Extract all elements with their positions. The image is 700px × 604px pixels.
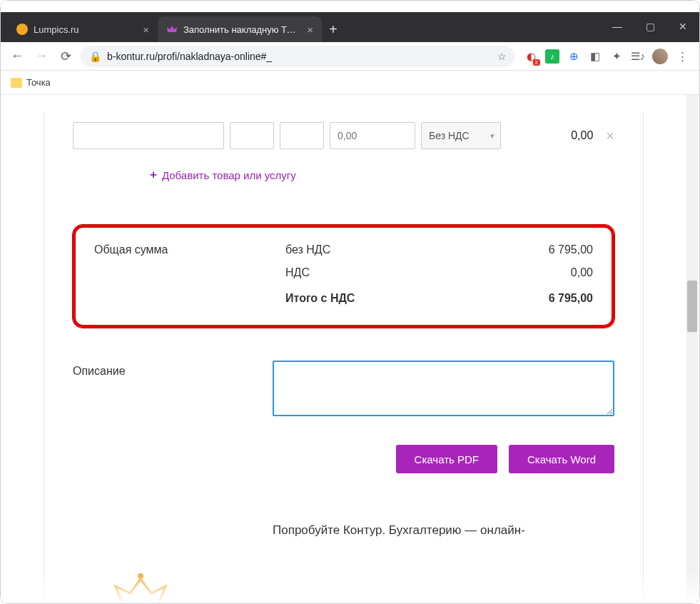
description-textarea[interactable] bbox=[273, 361, 614, 416]
line-total: 0,00 bbox=[571, 129, 593, 142]
maximize-button[interactable]: ▢ bbox=[634, 12, 666, 41]
add-item-label: Добавить товар или услугу bbox=[162, 169, 296, 181]
folder-icon bbox=[11, 78, 22, 88]
extension-music-icon[interactable]: ♪ bbox=[545, 49, 559, 64]
form-panel: Без НДС 0,00 × + Добавить товар или услу… bbox=[44, 112, 644, 604]
item-qty-input[interactable] bbox=[230, 122, 274, 149]
reload-button[interactable]: ⟳ bbox=[56, 47, 75, 66]
svg-point-0 bbox=[138, 573, 143, 579]
extensions-area: ◐2 ♪ ⊕ ◧ ✦ ☰♪ ⋮ bbox=[521, 49, 692, 64]
bookmark-star-icon[interactable]: ☆ bbox=[497, 51, 507, 62]
extension-adblock-icon[interactable]: ◐2 bbox=[524, 49, 538, 64]
crown-icon bbox=[166, 24, 178, 35]
browser-window: Lumpics.ru × Заполнить накладную ТОРГ-12… bbox=[0, 0, 700, 604]
forward-button[interactable]: → bbox=[32, 47, 51, 66]
vat-label: НДС bbox=[285, 266, 310, 279]
total-row-grand: Итого с НДС 6 795,00 bbox=[94, 292, 593, 305]
subtotal-value: 6 795,00 bbox=[549, 243, 593, 256]
download-word-button[interactable]: Скачать Word bbox=[509, 445, 614, 473]
remove-line-icon[interactable]: × bbox=[606, 128, 614, 144]
subtotal-label: без НДС bbox=[285, 243, 330, 256]
url-text: b-kontur.ru/profi/nakladnaya-online#_ bbox=[107, 51, 272, 62]
grand-total-value: 6 795,00 bbox=[549, 292, 593, 305]
download-buttons: Скачать PDF Скачать Word bbox=[73, 445, 614, 473]
lock-icon: 🔒 bbox=[89, 51, 101, 62]
browser-tab-kontur[interactable]: Заполнить накладную ТОРГ-12 × bbox=[158, 16, 322, 42]
tab-strip: Lumpics.ru × Заполнить накладную ТОРГ-12… bbox=[1, 12, 699, 42]
item-unit-input[interactable] bbox=[280, 122, 324, 149]
vat-value: 0,00 bbox=[571, 266, 593, 279]
window-titlebar bbox=[1, 1, 699, 12]
bookmarks-bar: Точка bbox=[1, 71, 699, 95]
mascot-icon bbox=[101, 572, 201, 604]
extension-globe-icon[interactable]: ⊕ bbox=[567, 49, 581, 64]
window-controls: — ▢ ✕ bbox=[601, 12, 699, 41]
item-name-input[interactable] bbox=[73, 122, 224, 149]
close-icon[interactable]: × bbox=[307, 24, 313, 36]
browser-tab-lumpics[interactable]: Lumpics.ru × bbox=[8, 16, 158, 42]
page-scrollbar[interactable] bbox=[686, 95, 698, 604]
back-button[interactable]: ← bbox=[8, 47, 26, 66]
profile-avatar[interactable] bbox=[652, 49, 668, 64]
promo-text: Попробуйте Контур. Бухгалтерию — онлайн- bbox=[273, 523, 614, 538]
new-tab-button[interactable]: + bbox=[329, 21, 338, 38]
download-pdf-button[interactable]: Скачать PDF bbox=[396, 445, 497, 473]
plus-icon: + bbox=[150, 168, 157, 182]
description-row: Описание bbox=[73, 361, 614, 416]
close-window-button[interactable]: ✕ bbox=[666, 12, 699, 41]
reading-list-icon[interactable]: ☰♪ bbox=[631, 49, 645, 64]
extensions-menu-icon[interactable]: ✦ bbox=[609, 49, 624, 64]
scrollbar-thumb[interactable] bbox=[687, 281, 697, 332]
totals-summary-box: Общая сумма без НДС 6 795,00 НДС 0,00 Ит… bbox=[73, 225, 614, 328]
favicon-icon bbox=[16, 24, 28, 35]
vat-select[interactable]: Без НДС bbox=[421, 122, 501, 149]
description-label: Описание bbox=[73, 361, 258, 416]
item-price-input[interactable] bbox=[330, 122, 415, 149]
bookmark-item[interactable]: Точка bbox=[26, 77, 51, 88]
page-content: Без НДС 0,00 × + Добавить товар или услу… bbox=[1, 95, 686, 604]
add-item-button[interactable]: + Добавить товар или услугу bbox=[150, 168, 614, 182]
extension-cube-icon[interactable]: ◧ bbox=[588, 49, 602, 64]
totals-heading: Общая сумма bbox=[94, 243, 285, 256]
tab-title: Заполнить накладную ТОРГ-12 bbox=[183, 24, 303, 35]
chrome-menu-icon[interactable]: ⋮ bbox=[675, 49, 689, 64]
browser-toolbar: ← → ⟳ 🔒 b-kontur.ru/profi/nakladnaya-onl… bbox=[1, 42, 699, 71]
page-viewport: Без НДС 0,00 × + Добавить товар или услу… bbox=[1, 95, 699, 604]
address-bar[interactable]: 🔒 b-kontur.ru/profi/nakladnaya-online#_ … bbox=[81, 46, 515, 67]
tab-title: Lumpics.ru bbox=[34, 24, 138, 35]
grand-total-label: Итого с НДС bbox=[285, 292, 355, 305]
close-icon[interactable]: × bbox=[143, 24, 149, 36]
minimize-button[interactable]: — bbox=[601, 12, 634, 41]
item-row: Без НДС 0,00 × bbox=[73, 122, 614, 149]
total-row-vat: НДС 0,00 bbox=[94, 266, 593, 279]
total-row-without-vat: Общая сумма без НДС 6 795,00 bbox=[94, 243, 593, 256]
